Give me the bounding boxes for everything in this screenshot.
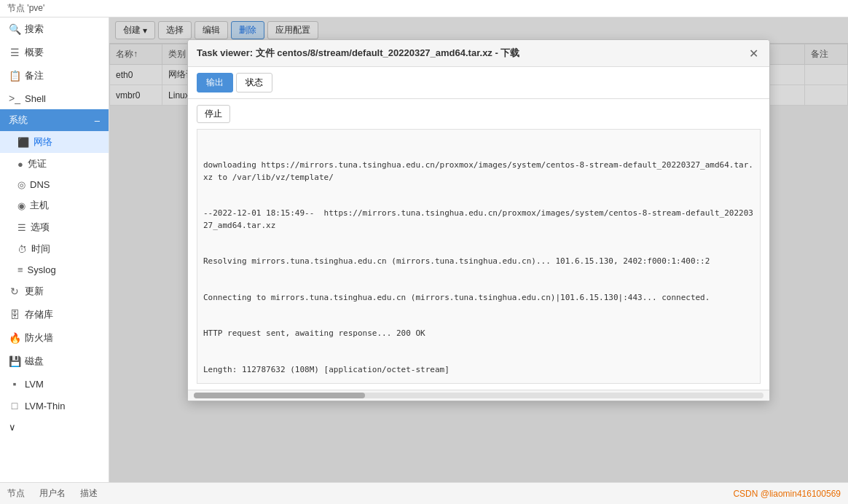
sidebar-host-label: 主机 [30,199,49,212]
shell-icon: >_ [9,92,20,104]
bottom-description-label: 描述 [80,487,98,500]
output-line-4: Connecting to mirrors.tuna.tsinghua.edu.… [203,292,754,304]
sidebar-item-lvmthin[interactable]: □ LVM-Thin [0,395,109,417]
sidebar-time-label: 时间 [31,243,50,256]
disk-icon: 💾 [9,355,20,367]
output-line-6: Length: 112787632 (108M) [application/oc… [203,364,754,377]
sidebar-disk-label: 磁盘 [25,355,44,368]
sidebar-update-label: 更新 [25,285,44,298]
credentials-icon: ● [17,159,23,170]
sidebar-item-time[interactable]: ⏱ 时间 [0,238,109,260]
network-icon: ⬛ [17,137,29,148]
bottom-username-label: 用户名 [39,487,66,500]
overview-icon: ☰ [9,47,20,58]
sidebar-item-firewall[interactable]: 🔥 防火墙 [0,326,109,350]
sidebar-system-expand: – [95,115,100,126]
top-bar: 节点 'pve' [0,0,848,17]
task-viewer-dialog: Task viewer: 文件 centos/8/stream/default_… [187,39,770,401]
time-icon: ⏱ [17,244,27,255]
sidebar-item-options[interactable]: ☰ 选项 [0,216,109,238]
output-area[interactable]: downloading https://mirrors.tuna.tsinghu… [197,129,761,384]
sidebar-firewall-label: 防火墙 [25,331,53,344]
notes-icon: 📋 [9,70,20,82]
dialog-overlay: Task viewer: 文件 centos/8/stream/default_… [109,17,848,482]
sidebar-syslog-label: Syslog [28,264,56,275]
tab-status-label: 状态 [246,77,263,87]
bottom-bar: 节点 用户名 描述 CSDN @liaomin416100569 [0,482,848,504]
tab-output-label: 输出 [206,77,224,87]
sidebar-item-syslog[interactable]: ≡ Syslog [0,260,109,280]
sidebar-section-system[interactable]: 系统 – [0,109,109,131]
dialog-title: Task viewer: 文件 centos/8/stream/default_… [197,47,519,60]
lvmthin-icon: □ [9,400,20,412]
sidebar-storage-label: 存储库 [25,308,53,321]
tab-output[interactable]: 输出 [197,73,233,92]
dialog-tabs: 输出 状态 [188,67,769,99]
output-line-3: Resolving mirrors.tuna.tsinghua.edu.cn (… [203,256,754,268]
sidebar-network-label: 网络 [34,135,52,149]
sidebar-item-dns[interactable]: ◎ DNS [0,175,109,194]
firewall-icon: 🔥 [9,332,20,344]
dialog-header: Task viewer: 文件 centos/8/stream/default_… [188,40,769,67]
sidebar-search-label: 搜索 [25,23,44,36]
output-line-1: downloading https://mirrors.tuna.tsinghu… [203,160,754,184]
sidebar-item-credentials[interactable]: ● 凭证 [0,153,109,175]
more-label: ∨ [9,422,16,433]
sidebar-options-label: 选项 [31,221,50,234]
watermark: CSDN @liaomin416100569 [733,489,841,499]
dialog-body: 停止 downloading https://mirrors.tuna.tsin… [188,99,769,390]
output-line-5: HTTP request sent, awaiting response... … [203,328,754,340]
output-line-2: --2022-12-01 18:15:49-- https://mirrors.… [203,208,754,232]
host-icon: ◉ [17,200,25,211]
sidebar-item-shell[interactable]: >_ Shell [0,87,109,109]
sidebar-item-host[interactable]: ◉ 主机 [0,194,109,216]
bottom-node-label: 节点 [7,487,25,500]
sidebar: 🔍 搜索 ☰ 概要 📋 备注 >_ Shell 系统 – ⬛ 网络 ● 凭证 [0,17,109,482]
sidebar-more[interactable]: ∨ [0,417,109,438]
sidebar-item-overview[interactable]: ☰ 概要 [0,41,109,64]
update-icon: ↻ [9,286,20,297]
sidebar-item-notes[interactable]: 📋 备注 [0,64,109,87]
storage-icon: 🗄 [9,309,20,320]
scrollbar-thumb[interactable] [194,393,365,398]
content-area: 创建 ▾ 选择 编辑 删除 应用配置 名称↑ 类别 [109,17,848,482]
stop-button[interactable]: 停止 [197,105,230,123]
sidebar-item-network[interactable]: ⬛ 网络 [0,131,109,153]
sidebar-overview-label: 概要 [25,46,44,59]
options-icon: ☰ [17,222,26,233]
search-icon: 🔍 [9,23,20,35]
sidebar-item-update[interactable]: ↻ 更新 [0,280,109,303]
sidebar-credentials-label: 凭证 [28,157,47,170]
sidebar-lvmthin-label: LVM-Thin [25,401,65,412]
dialog-scrollbar[interactable] [188,390,769,401]
sidebar-shell-label: Shell [25,93,46,104]
syslog-icon: ≡ [17,264,23,275]
sidebar-system-label: 系统 [9,114,28,127]
sidebar-lvm-label: LVM [25,379,44,390]
sidebar-item-search[interactable]: 🔍 搜索 [0,17,109,41]
node-label: 节点 'pve' [7,2,44,15]
lvm-icon: ▪ [9,378,20,390]
sidebar-item-storage[interactable]: 🗄 存储库 [0,303,109,326]
sidebar-item-lvm[interactable]: ▪ LVM [0,373,109,395]
tab-status[interactable]: 状态 [236,73,272,92]
sidebar-dns-label: DNS [30,179,50,190]
sidebar-item-disk[interactable]: 💾 磁盘 [0,350,109,373]
scrollbar-track[interactable] [194,393,763,398]
stop-label: 停止 [205,109,222,119]
dns-icon: ◎ [17,179,25,190]
sidebar-notes-label: 备注 [25,69,44,82]
dialog-close-button[interactable]: ✕ [746,46,761,60]
